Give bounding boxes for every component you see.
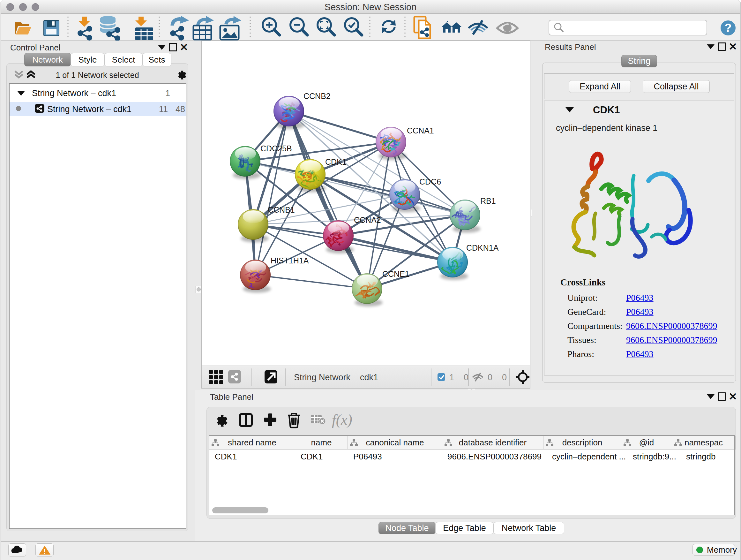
- svg-text:1 – 0: 1 – 0: [449, 373, 468, 382]
- svg-text:RB1: RB1: [480, 196, 496, 205]
- svg-text:CCNE1: CCNE1: [382, 269, 409, 278]
- svg-text:CDC25B: CDC25B: [260, 144, 292, 153]
- svg-text:CCNB2: CCNB2: [304, 91, 331, 101]
- svg-text:CCNA1: CCNA1: [407, 126, 434, 135]
- svg-text:String Network – cdk1: String Network – cdk1: [294, 373, 378, 382]
- svg-text:CDK1: CDK1: [325, 158, 347, 166]
- svg-text:CDC6: CDC6: [419, 177, 441, 186]
- svg-text:CDKN1A: CDKN1A: [466, 243, 499, 252]
- svg-text:CCNA2: CCNA2: [354, 215, 381, 225]
- svg-text:HIST1H1A: HIST1H1A: [271, 256, 309, 265]
- svg-text:f(x): f(x): [332, 412, 352, 428]
- svg-text:CCNB1: CCNB1: [268, 205, 295, 214]
- svg-text:0 – 0: 0 – 0: [488, 373, 507, 382]
